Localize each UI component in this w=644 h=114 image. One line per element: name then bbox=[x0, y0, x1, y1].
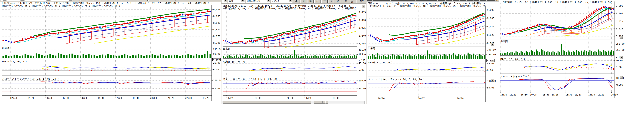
macd-tick-label: 0.00 bbox=[616, 66, 622, 68]
x-axis-label: 12:00 bbox=[63, 97, 69, 99]
volume-tick-label: 465.00 bbox=[358, 48, 366, 51]
section-dropdown-button[interactable] bbox=[491, 60, 494, 62]
price-tick-label: 8,835 bbox=[213, 28, 220, 31]
scrollbar-button[interactable] bbox=[325, 101, 328, 104]
scrollbar-thumb[interactable] bbox=[223, 101, 311, 104]
x-axis-label: 16:30 bbox=[521, 94, 528, 96]
macd-tick-label: 25.00 bbox=[213, 61, 220, 64]
x-axis-label: 10/28 bbox=[202, 97, 209, 99]
x-axis-label: 12:00 bbox=[332, 97, 339, 99]
macd-tick-label: 70.00 bbox=[616, 59, 623, 62]
chart-window-3: 先物日経225mini11/12足日週月分1分10本数300適用複数銘柄日経22… bbox=[366, 0, 499, 104]
macd-section-label: MACD( 12, 26, 9 ) bbox=[223, 61, 248, 63]
price-tick-label: 9,005 bbox=[616, 12, 623, 15]
section-dropdown-button[interactable] bbox=[620, 56, 623, 59]
price-tick-label: 9,095 bbox=[487, 8, 494, 11]
x-axis-label: 16:30 bbox=[611, 94, 618, 96]
volume-tick-label: 950.00 bbox=[616, 42, 624, 45]
section-dropdown-button[interactable] bbox=[362, 5, 366, 8]
price-chart-canvas[interactable] bbox=[0, 0, 221, 104]
x-axis-label: 10/22 bbox=[509, 94, 516, 96]
x-axis-label: 16:30 bbox=[542, 94, 549, 96]
volume-multiplier-badge: × 100 bbox=[358, 59, 366, 62]
mdi-workspace: 先物日経225mini11/12足日週月分1分10本数300適用複数銘柄日経22… bbox=[0, 0, 644, 114]
scrollbar-button[interactable] bbox=[317, 101, 320, 104]
macd-tick-label: 55.00 bbox=[487, 62, 494, 65]
volume-section-label: 出来高 bbox=[500, 40, 508, 43]
x-axis-label: 20:00 bbox=[150, 97, 157, 99]
stoch-section-label: スロー・ストキャスティクス( 14, 3, 80, 20 ) bbox=[368, 78, 424, 81]
price-tick-label: 9,095 bbox=[358, 11, 366, 13]
price-tick-label: 9,010 bbox=[358, 19, 366, 21]
scrollbar-button[interactable] bbox=[320, 101, 322, 104]
macd-tick-label: 6.50 bbox=[213, 68, 219, 71]
macd-tick-label: 5.00 bbox=[358, 68, 364, 71]
price-chart-canvas[interactable] bbox=[499, 0, 625, 104]
x-axis-label: 10/27 bbox=[574, 94, 581, 96]
price-tick-label: 8,705 bbox=[213, 41, 220, 44]
volume-section-label: 出来高 bbox=[223, 47, 230, 51]
scrollbar-button[interactable] bbox=[322, 101, 325, 104]
section-dropdown-button[interactable] bbox=[620, 36, 623, 39]
section-dropdown-button[interactable] bbox=[620, 76, 623, 79]
price-tick-label: 9,005 bbox=[487, 17, 494, 20]
x-axis-label: 10/28 bbox=[598, 94, 604, 96]
volume-tick-label: 700.00 bbox=[487, 48, 496, 51]
macd-section-label: MACD( 12, 26, 9 ) bbox=[500, 58, 525, 61]
volume-section-label: 出来高 bbox=[368, 47, 375, 50]
price-tick-label: 9,030 bbox=[213, 8, 220, 11]
chart-window-4: 一目均衡表( 9, 26, 52 ) 移動平均( Close, 40 ) 移動平… bbox=[499, 0, 625, 104]
x-axis-label: 10/27 bbox=[418, 97, 424, 100]
volume-tick-label: 250.00 bbox=[616, 48, 624, 51]
x-axis-label: 10/28 bbox=[457, 97, 464, 100]
scrollbar-button[interactable] bbox=[314, 101, 317, 104]
price-tick-label: 8,900 bbox=[213, 21, 220, 24]
stoch-tick-label: 45.00 bbox=[616, 84, 623, 86]
volume-tick-label: 215.00 bbox=[213, 48, 222, 51]
x-axis-label: 20:00 bbox=[287, 97, 294, 99]
stoch-tick-label: 40.00 bbox=[213, 87, 220, 90]
x-axis-label: 10/27 bbox=[226, 97, 233, 99]
stoch-section-label: スロー・ストキャスティクス( 14, 3, 80, 20 ) bbox=[2, 77, 59, 81]
x-axis-label: 10/28 bbox=[304, 97, 311, 99]
section-dropdown-button[interactable] bbox=[491, 79, 494, 82]
x-axis-label: 22:40 bbox=[185, 97, 192, 99]
x-axis-label: 18:40 bbox=[132, 97, 139, 99]
price-tick-label: 8,965 bbox=[213, 15, 220, 17]
x-axis-label: 12:00 bbox=[254, 97, 261, 99]
price-chart-canvas[interactable] bbox=[366, 0, 499, 104]
macd-tick-label: 0.00 bbox=[487, 69, 493, 72]
x-axis-label: 13:20 bbox=[80, 97, 87, 99]
macd-section-label: MACD( 12, 26, 9 ) bbox=[368, 61, 393, 64]
x-axis-label: 02:40 bbox=[10, 97, 17, 99]
volume-multiplier-badge: × 100 bbox=[212, 58, 220, 61]
price-tick-label: 8,915 bbox=[616, 20, 623, 22]
price-tick-label: 8,825 bbox=[487, 33, 494, 36]
price-tick-label: 8,925 bbox=[358, 26, 366, 29]
price-tick-label: 8,915 bbox=[487, 25, 494, 28]
price-tick-label: 8,840 bbox=[358, 34, 366, 37]
stoch-tick-label: 40.00 bbox=[358, 87, 366, 90]
chart-window-2: 先物日経225mini11/12足日週月分1分10本数300適用複数銘柄日経22… bbox=[221, 0, 366, 104]
volume-section-label: 出来高 bbox=[2, 46, 10, 50]
macd-section-label: MACD( 12, 26, 9 ) bbox=[2, 60, 27, 63]
horizontal-scrollbar[interactable] bbox=[222, 101, 365, 104]
macd-tick-label: 45.00 bbox=[358, 62, 366, 65]
section-dropdown-button[interactable] bbox=[491, 43, 494, 46]
volume-tick-label: 85.00 bbox=[213, 52, 220, 55]
volume-tick-label: 185.00 bbox=[358, 53, 366, 56]
volume-tick-label: 250.00 bbox=[487, 53, 496, 56]
price-chart-canvas[interactable] bbox=[222, 0, 366, 104]
x-axis-label: 09:20 bbox=[28, 97, 34, 99]
x-axis-label: 10/26 bbox=[378, 97, 384, 100]
x-axis-label: 16:30 bbox=[565, 94, 572, 96]
x-axis-label: 10:40 bbox=[45, 97, 52, 99]
x-axis-label: 14:40 bbox=[98, 97, 104, 99]
x-axis-label: 10/25 bbox=[530, 94, 536, 96]
x-axis-label: 10/26 bbox=[552, 94, 558, 96]
stoch-section-label: スロー・ストキャスティク bbox=[500, 75, 530, 78]
price-tick-label: 9,095 bbox=[616, 4, 623, 7]
price-tick-label: 8,755 bbox=[358, 42, 366, 45]
x-axis-label: 21:20 bbox=[168, 97, 174, 99]
price-tick-label: 8,825 bbox=[616, 27, 623, 30]
